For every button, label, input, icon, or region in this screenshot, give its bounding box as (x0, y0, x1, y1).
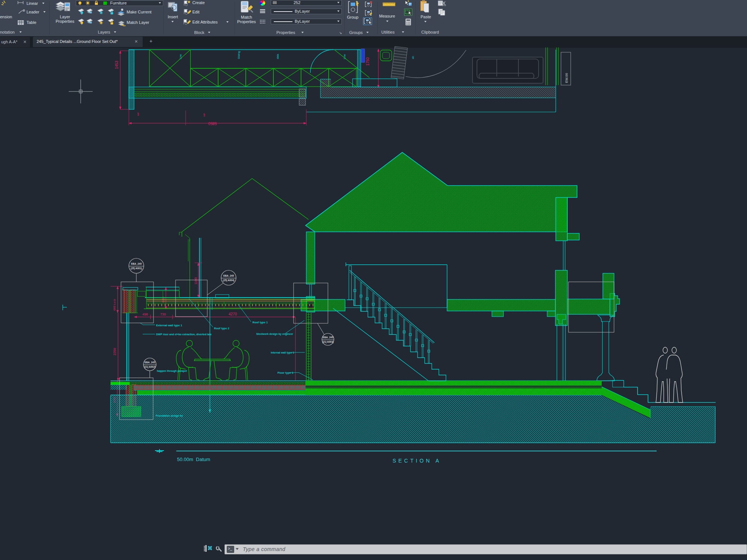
svg-text:1453: 1453 (115, 60, 119, 69)
svg-text:MP: MP (137, 112, 139, 116)
svg-text:498: 498 (142, 312, 148, 316)
svg-text:665 t.o.b: 665 t.o.b (113, 299, 116, 311)
svg-text:ab: ab (412, 56, 414, 59)
svg-text:Internal wall type 1: Internal wall type 1 (271, 351, 294, 354)
svg-text:happen through parapet: happen through parapet (157, 370, 187, 373)
svg-text:Line: Line (179, 54, 182, 59)
svg-text:EBA_245: EBA_245 (323, 336, 334, 339)
svg-text:730: 730 (160, 312, 166, 316)
svg-text:Line: Line (343, 54, 346, 59)
svg-text:data: data (276, 54, 279, 59)
svg-text:50.00m Datum: 50.00m Datum (177, 457, 210, 462)
svg-text:External wall type 1: External wall type 1 (156, 324, 182, 327)
svg-text:Foundation design by: Foundation design by (156, 414, 183, 417)
svg-text:1750: 1750 (366, 57, 370, 66)
svg-text:SECTION A: SECTION A (393, 458, 441, 464)
svg-text:(21| A002): (21| A002) (144, 365, 155, 368)
svg-text:DWP riser and el+bo extraction: DWP riser and el+bo extraction, diverted… (156, 333, 212, 336)
svg-text:EBA_245: EBA_245 (223, 274, 234, 277)
svg-text:Roof type 2: Roof type 2 (214, 327, 229, 330)
svg-text:Roof type 1: Roof type 1 (252, 321, 268, 324)
svg-text:1100: 1100 (194, 277, 198, 284)
svg-text:EBA_245: EBA_245 (131, 262, 142, 265)
svg-text:Steelwork design by engineer: Steelwork design by engineer (256, 333, 293, 336)
svg-text:5850: 5850 (208, 121, 217, 125)
svg-text:EW.00: EW.00 (565, 73, 568, 83)
svg-text:Sliding: Sliding (238, 51, 241, 59)
svg-text:4270: 4270 (229, 312, 237, 316)
svg-text:2250: 2250 (113, 348, 117, 355)
svg-text:Floor type 1: Floor type 1 (278, 371, 294, 374)
svg-text:(25| A004): (25| A004) (223, 279, 234, 282)
svg-text:EBA_245: EBA_245 (145, 361, 155, 364)
svg-text:MP: MP (203, 113, 205, 116)
svg-text:(25| A001): (25| A001) (131, 267, 142, 270)
svg-text:(21| A003): (21| A003) (322, 340, 334, 343)
